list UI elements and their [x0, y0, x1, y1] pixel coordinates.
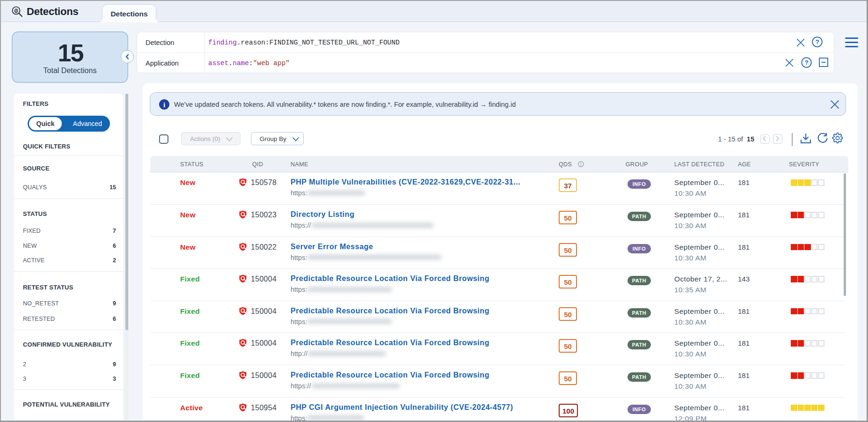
svg-text:i: i [163, 101, 165, 109]
svg-text:?: ? [804, 59, 808, 66]
svg-text:?: ? [815, 38, 819, 45]
